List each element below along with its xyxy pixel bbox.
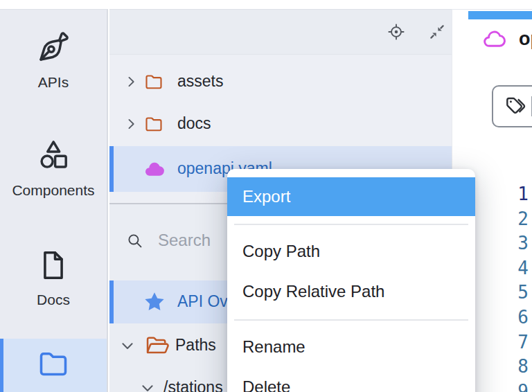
locate-icon[interactable]: [387, 23, 405, 41]
tree-row-docs[interactable]: docs: [109, 103, 452, 145]
shapes-icon: [35, 137, 71, 173]
tags-icon: [503, 94, 528, 119]
folder-icon: [143, 114, 164, 134]
menu-divider: [234, 224, 468, 225]
tags-button[interactable]: [492, 85, 532, 127]
file-explorer-toolbar: [109, 10, 452, 55]
line-number: 1: [473, 182, 529, 207]
app-window: APIs Components Docs: [0, 0, 532, 392]
menu-item-export[interactable]: Export: [227, 177, 475, 216]
menu-item-delete[interactable]: Delete: [227, 367, 475, 392]
sidebar-item-files[interactable]: [0, 339, 107, 392]
star-icon: [142, 289, 167, 314]
chevron-right-icon[interactable]: [123, 74, 139, 89]
editor-line-numbers: 1 2 3 4 5 6 7 8 9: [473, 182, 529, 392]
line-number: 8: [473, 355, 529, 380]
activity-bar: APIs Components Docs: [0, 9, 108, 392]
menu-item-copy-path[interactable]: Copy Path: [227, 231, 475, 271]
menu-item-copy-relative-path[interactable]: Copy Relative Path: [227, 271, 475, 312]
menu-divider: [234, 319, 468, 321]
sidebar-item-apis[interactable]: APIs: [0, 28, 107, 91]
outline-row-label: /stations: [163, 378, 223, 392]
tree-row-label: docs: [177, 114, 211, 132]
document-icon: [36, 248, 71, 283]
sidebar-item-docs[interactable]: Docs: [0, 247, 107, 308]
cloud-icon: [143, 159, 164, 179]
chevron-right-icon[interactable]: [123, 116, 139, 132]
open-folder-icon: [144, 332, 170, 359]
tree-row-assets[interactable]: assets: [109, 60, 452, 103]
line-number: 7: [473, 330, 529, 355]
line-number: 4: [473, 256, 529, 281]
sidebar-item-label: Docs: [37, 292, 70, 308]
sidebar-item-label: Components: [12, 182, 94, 199]
chevron-down-icon[interactable]: [139, 380, 156, 392]
menu-item-rename[interactable]: Rename: [227, 327, 475, 367]
collapse-icon[interactable]: [429, 24, 445, 40]
line-number: 6: [473, 305, 529, 330]
tree-row-label: assets: [177, 71, 223, 90]
folder-icon: [36, 346, 71, 381]
cloud-outline-icon: [483, 29, 508, 48]
chevron-down-icon[interactable]: [119, 337, 136, 354]
active-tab-indicator[interactable]: [468, 11, 532, 19]
line-number: 9: [473, 380, 529, 392]
line-number: 3: [473, 231, 529, 256]
sidebar-item-label: APIs: [38, 74, 69, 91]
line-number: 5: [473, 280, 529, 305]
folder-icon: [143, 71, 164, 92]
sidebar-item-components[interactable]: Components: [0, 136, 107, 199]
editor-file-title: openapi.yaml: [519, 28, 532, 50]
pen-nib-icon: [35, 29, 71, 65]
search-icon: [126, 232, 143, 249]
line-number: 2: [473, 207, 529, 232]
outline-row-label: Paths: [175, 336, 216, 355]
context-menu: Export Copy Path Copy Relative Path Rena…: [227, 169, 475, 392]
